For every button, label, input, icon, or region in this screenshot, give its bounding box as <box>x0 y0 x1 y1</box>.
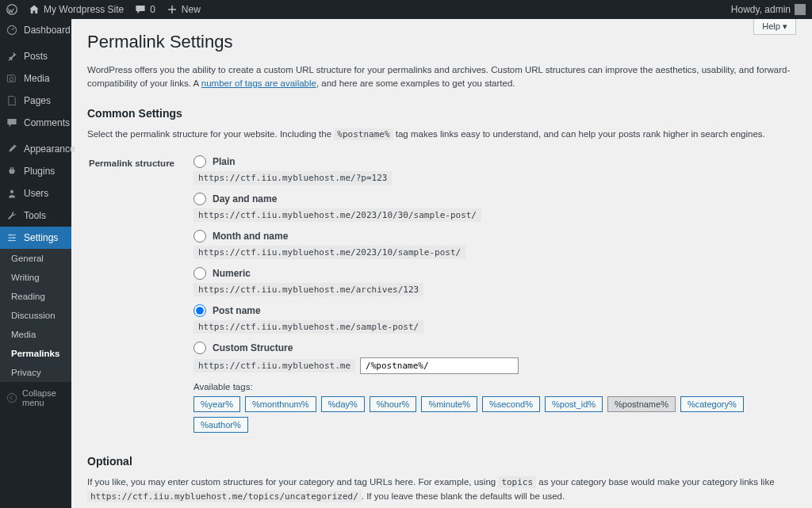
menu-plugins[interactable]: Plugins <box>0 160 71 182</box>
admin-sidebar: Dashboard Posts Media Pages Comments App… <box>0 19 71 508</box>
menu-comments[interactable]: Comments <box>0 112 71 134</box>
comment-icon <box>6 117 17 128</box>
new-link[interactable]: New <box>167 4 201 15</box>
plug-icon <box>6 166 17 177</box>
page-icon <box>6 95 17 106</box>
dayname-url: https://ctf.iiu.mybluehost.me/2023/10/30… <box>193 208 481 222</box>
submenu-writing[interactable]: Writing <box>0 268 71 287</box>
custom-structure-input[interactable] <box>360 357 519 374</box>
custom-base-url: https://ctf.iiu.mybluehost.me <box>193 359 355 372</box>
common-settings-desc: Select the permalink structure for your … <box>87 128 796 142</box>
submenu-permalinks[interactable]: Permalinks <box>0 344 71 363</box>
numeric-url: https://ctf.iiu.mybluehost.me/archives/1… <box>193 283 423 296</box>
available-tags: %year% %monthnum% %day% %hour% %minute% … <box>193 396 795 433</box>
settings-submenu: General Writing Reading Discussion Media… <box>0 249 71 382</box>
comments-link[interactable]: 0 <box>135 4 155 15</box>
menu-dashboard[interactable]: Dashboard <box>0 19 71 41</box>
common-settings-heading: Common Settings <box>87 107 796 120</box>
submenu-general[interactable]: General <box>0 249 71 268</box>
brush-icon <box>6 143 17 155</box>
tag-author[interactable]: %author% <box>193 417 248 433</box>
menu-posts[interactable]: Posts <box>0 45 71 67</box>
menu-users[interactable]: Users <box>0 182 71 204</box>
tag-category[interactable]: %category% <box>680 396 744 412</box>
menu-appearance[interactable]: Appearance <box>0 138 71 160</box>
tag-day[interactable]: %day% <box>321 396 365 412</box>
monthname-url: https://ctf.iiu.mybluehost.me/2023/10/sa… <box>193 246 465 259</box>
svg-point-2 <box>10 78 13 81</box>
site-name-link[interactable]: My Wordpress Site <box>29 4 124 15</box>
example-url-code: https://ctf.iiu.mybluehost.me/topics/unc… <box>87 491 362 502</box>
tag-year[interactable]: %year% <box>193 396 240 412</box>
avatar <box>795 4 806 15</box>
menu-pages[interactable]: Pages <box>0 90 71 112</box>
menu-settings[interactable]: Settings <box>0 227 71 249</box>
wp-logo[interactable] <box>6 4 17 15</box>
collapse-icon <box>6 392 17 403</box>
dayname-label: Day and name <box>213 193 277 204</box>
user-icon <box>6 188 17 199</box>
svg-point-5 <box>13 237 14 239</box>
tag-minute[interactable]: %minute% <box>421 396 477 412</box>
svg-point-4 <box>10 234 11 235</box>
admin-toolbar: My Wordpress Site 0 New Howdy, admin <box>0 0 812 19</box>
plain-label: Plain <box>213 156 236 167</box>
monthname-label: Month and name <box>213 231 288 242</box>
howdy-account[interactable]: Howdy, admin <box>731 4 806 15</box>
svg-point-6 <box>10 239 11 241</box>
radio-numeric[interactable] <box>193 267 206 280</box>
tag-postname[interactable]: %postname% <box>607 396 676 412</box>
postname-url: https://ctf.iiu.mybluehost.me/sample-pos… <box>193 320 423 334</box>
tag-monthnum[interactable]: %monthnum% <box>245 396 316 412</box>
intro-text: WordPress offers you the ability to crea… <box>87 63 796 91</box>
sliders-icon <box>6 232 17 243</box>
menu-tools[interactable]: Tools <box>0 204 71 227</box>
menu-media[interactable]: Media <box>0 67 71 90</box>
postname-label: Post name <box>213 305 261 316</box>
custom-label: Custom Structure <box>213 342 293 353</box>
tag-second[interactable]: %second% <box>482 396 540 412</box>
tags-available-link[interactable]: number of tags are available <box>201 78 316 88</box>
media-icon <box>6 73 17 84</box>
submenu-media[interactable]: Media <box>0 325 71 344</box>
postname-tag-inline: %postname% <box>334 128 393 140</box>
svg-point-7 <box>7 393 16 402</box>
permalink-structure-label: Permalink structure <box>89 151 192 437</box>
topics-code: topics <box>498 476 536 488</box>
radio-postname[interactable] <box>193 304 206 317</box>
numeric-label: Numeric <box>213 268 251 279</box>
optional-desc: If you like, you may enter custom struct… <box>87 476 796 503</box>
radio-plain[interactable] <box>193 155 206 168</box>
available-tags-label: Available tags: <box>193 382 795 392</box>
radio-dayname[interactable] <box>193 193 206 205</box>
svg-point-3 <box>10 190 13 193</box>
main-content: Help ▾ Permalink Settings WordPress offe… <box>71 19 812 508</box>
plain-url: https://ctf.iiu.mybluehost.me/?p=123 <box>193 171 392 185</box>
pin-icon <box>6 51 17 62</box>
dashboard-icon <box>6 25 17 36</box>
submenu-privacy[interactable]: Privacy <box>0 363 71 382</box>
radio-custom[interactable] <box>193 342 206 354</box>
wrench-icon <box>6 210 17 221</box>
collapse-menu[interactable]: Collapse menu <box>0 382 71 414</box>
help-button[interactable]: Help ▾ <box>753 19 796 35</box>
radio-monthname[interactable] <box>193 230 206 243</box>
tag-postid[interactable]: %post_id% <box>545 396 603 412</box>
submenu-reading[interactable]: Reading <box>0 287 71 306</box>
page-title: Permalink Settings <box>87 32 796 52</box>
tag-hour[interactable]: %hour% <box>370 396 417 412</box>
submenu-discussion[interactable]: Discussion <box>0 306 71 325</box>
optional-heading: Optional <box>87 455 796 468</box>
